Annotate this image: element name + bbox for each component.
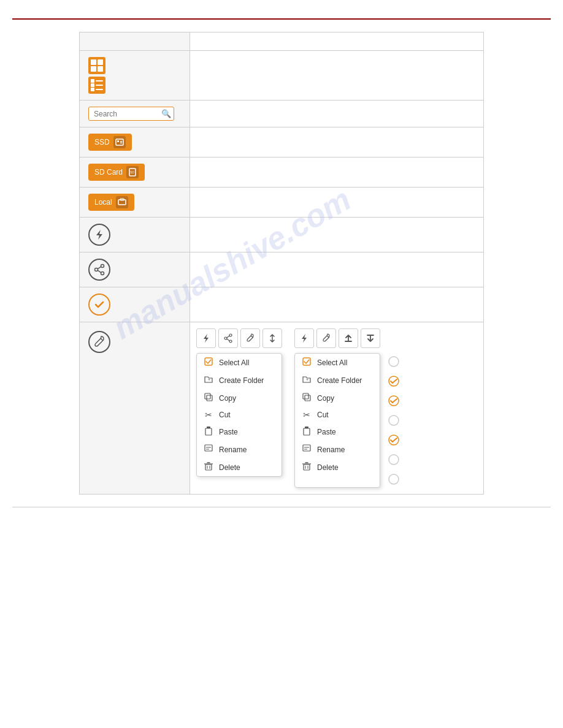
check-circle-icon[interactable] [88,294,110,316]
local-button[interactable]: Local [88,194,134,211]
create-folder-label: Create Folder [219,376,264,385]
ctx2-select-all[interactable]: Select All [295,354,380,371]
svg-point-11 [95,268,98,271]
svg-marker-8 [96,230,102,240]
tb2-lightning-btn[interactable] [294,328,314,348]
ctx2-copy[interactable]: Copy [295,389,380,407]
ctx-rename[interactable]: Rename [197,441,282,458]
svg-rect-46 [303,445,310,451]
svg-rect-3 [120,143,122,144]
ctx2-rename[interactable]: Rename [295,441,380,458]
ctx2-paste[interactable]: Paste [295,423,380,441]
ctx2-cut[interactable]: ✂ Cut [295,407,380,423]
tb-share-btn[interactable] [218,328,238,348]
svg-rect-28 [205,445,212,451]
ctx-create-folder[interactable]: + Create Folder [197,371,282,389]
header-col-right [190,32,484,51]
svg-rect-45 [305,427,308,428]
local-label: Local [94,198,112,207]
search-cell: 🔍 [80,100,190,127]
check-item-2 [388,373,400,390]
grid-list-cell [80,51,190,100]
header-col-left [80,32,190,51]
svg-line-13 [98,270,101,273]
svg-rect-49 [304,464,310,470]
ctx-select-all[interactable]: Select All [197,354,282,371]
grid-cell-4 [98,66,103,72]
ctx-paste[interactable]: Paste [197,423,282,441]
check-item-7 [388,471,400,488]
rename-label2: Rename [317,446,345,454]
cut-icon2: ✂ [301,410,312,420]
svg-point-57 [389,415,399,425]
svg-text:+: + [306,377,308,382]
tb-tool-btn[interactable] [240,328,260,348]
tb2-down-btn[interactable] [361,328,380,348]
svg-rect-44 [304,428,310,435]
sdcard-label: SD Card [94,168,123,176]
search-box[interactable]: 🔍 [88,107,174,121]
table-row [80,252,484,287]
svg-point-18 [224,337,227,339]
ctx-copy[interactable]: Copy [197,389,282,407]
table-row: SD Card SD [80,157,484,188]
check-item-3 [388,392,400,409]
delete-label: Delete [219,463,240,472]
svg-line-21 [251,336,253,338]
tb-lightning-btn[interactable] [196,328,216,348]
paste-icon2 [301,426,312,438]
tb2-up-btn[interactable] [339,328,358,348]
list-row-3 [91,88,103,91]
ssd-icon [113,136,126,148]
right-context-menu: Select All + Create Folder [294,353,380,488]
share-icon[interactable] [88,259,110,281]
ctx-cut[interactable]: ✂ Cut [197,407,282,423]
ctx2-delete[interactable]: Delete [295,458,380,476]
right-checks-column [388,353,400,488]
svg-marker-15 [204,334,209,343]
svg-rect-42 [305,395,310,401]
table-header-row [80,32,484,51]
table-row: Local [80,188,484,218]
view-icons-group [88,57,181,94]
ctx2-create-folder[interactable]: + Create Folder [295,371,380,389]
svg-point-17 [229,340,232,343]
tool-icon[interactable] [88,331,110,353]
tool-desc-cell: Select All + Create Folder [190,322,484,495]
ssd-cell: SSD [80,127,190,157]
tb-arrows-btn[interactable] [262,328,282,348]
left-toolbar [196,328,282,348]
svg-line-19 [227,336,229,338]
lightning-desc-cell [190,218,484,252]
svg-rect-2 [120,141,122,142]
grid-cell-1 [91,59,96,65]
tb2-tool-btn[interactable] [316,328,336,348]
table-row: Select All + Create Folder [80,322,484,495]
rename-icon2 [301,444,312,455]
local-icon [116,196,128,208]
svg-rect-31 [205,464,212,470]
svg-rect-1 [117,140,119,142]
table-row [80,51,484,100]
copy-label2: Copy [317,394,334,403]
share-cell [80,252,190,287]
ssd-button[interactable]: SSD [88,134,132,151]
grid-view-icon[interactable] [88,57,105,74]
left-context-menu: Select All + Create Folder [196,353,282,477]
lightning-cell [80,218,190,252]
svg-marker-36 [302,334,307,343]
list-view-icon[interactable] [88,77,105,94]
search-input[interactable] [94,110,161,118]
grid-cell-3 [91,66,96,72]
check-desc-cell [190,287,484,322]
svg-rect-43 [303,393,308,399]
ctx-delete[interactable]: Delete [197,458,282,476]
table-row: SSD [80,127,484,157]
cut-icon: ✂ [203,410,214,420]
sdcard-desc-cell [190,157,484,188]
lightning-icon[interactable] [88,224,110,246]
sdcard-button[interactable]: SD Card SD [88,164,145,181]
create-folder-icon: + [203,374,214,386]
svg-point-54 [389,357,399,366]
delete-icon2 [301,461,312,473]
